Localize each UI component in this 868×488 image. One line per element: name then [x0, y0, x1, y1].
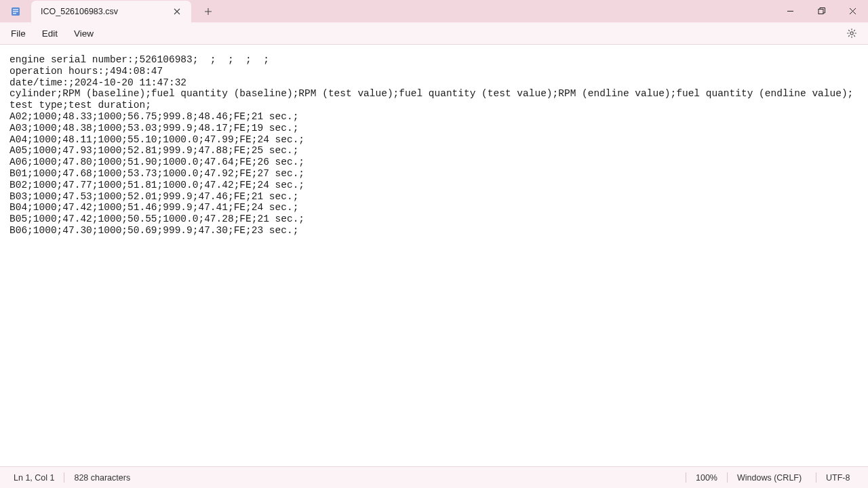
minimize-button[interactable] — [774, 0, 806, 22]
status-position[interactable]: Ln 1, Col 1 — [4, 472, 64, 484]
close-window-button[interactable] — [837, 0, 868, 22]
status-zoom[interactable]: 100% — [686, 472, 727, 484]
menu-file[interactable]: File — [3, 25, 34, 42]
settings-button[interactable] — [841, 24, 863, 43]
maximize-icon — [818, 7, 825, 15]
close-icon — [849, 7, 856, 15]
titlebar: ICO_526106983.csv — [0, 0, 868, 22]
app-icon — [0, 0, 31, 22]
gear-icon — [846, 28, 857, 39]
tab-title: ICO_526106983.csv — [41, 7, 165, 16]
menubar: File Edit View — [0, 22, 868, 45]
statusbar: Ln 1, Col 1 828 characters 100% Windows … — [0, 466, 868, 488]
maximize-button[interactable] — [806, 0, 837, 22]
minimize-icon — [787, 7, 794, 15]
svg-rect-1 — [13, 9, 18, 9]
svg-point-5 — [850, 32, 853, 35]
tab-active[interactable]: ICO_526106983.csv — [31, 1, 191, 22]
menu-edit[interactable]: Edit — [34, 25, 66, 42]
svg-rect-3 — [13, 13, 16, 14]
text-editor[interactable]: engine serial number:;526106983; ; ; ; ;… — [0, 45, 868, 466]
window-controls — [774, 0, 868, 22]
status-charcount[interactable]: 828 characters — [64, 472, 140, 484]
tab-close-button[interactable] — [171, 5, 183, 18]
close-icon — [174, 8, 180, 15]
svg-rect-2 — [13, 11, 18, 12]
svg-rect-4 — [818, 9, 823, 14]
plus-icon — [204, 7, 212, 16]
menu-view[interactable]: View — [66, 25, 102, 42]
status-encoding[interactable]: UTF-8 — [816, 472, 864, 484]
status-lineending[interactable]: Windows (CRLF) — [728, 472, 816, 484]
new-tab-button[interactable] — [197, 0, 220, 22]
